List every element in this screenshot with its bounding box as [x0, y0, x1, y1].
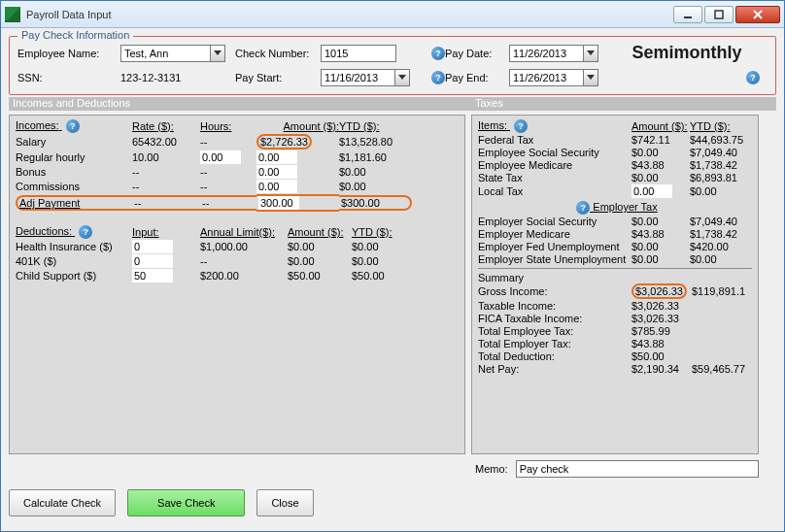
- amount-input[interactable]: [258, 196, 299, 210]
- summary-amount: $50.00: [631, 350, 692, 362]
- help-icon[interactable]: ?: [576, 201, 590, 215]
- pay-end-label: Pay End:: [445, 72, 509, 83]
- tax-ytd-header: YTD ($):: [690, 120, 752, 132]
- pay-end-input[interactable]: [509, 69, 583, 86]
- deduction-name: Health Insurance ($): [16, 241, 132, 252]
- ded-ytd-header: YTD ($):: [352, 226, 415, 238]
- taxes-grid: Items: ? Amount ($): YTD ($): Federal Ta…: [478, 119, 752, 265]
- income-amount: [256, 180, 339, 193]
- amount-input[interactable]: [256, 180, 297, 193]
- close-button[interactable]: [735, 6, 780, 23]
- chevron-down-icon[interactable]: [583, 45, 598, 62]
- check-number-label: Check Number:: [235, 48, 321, 59]
- chevron-down-icon[interactable]: [394, 69, 410, 86]
- deduction-input-field[interactable]: [132, 269, 173, 283]
- emp-tax-ytd: $420.00: [690, 241, 752, 252]
- emp-tax-amount: $0.00: [631, 216, 690, 227]
- tax-amount: $742.11: [631, 134, 690, 146]
- close-dialog-button[interactable]: Close: [256, 489, 313, 516]
- pay-date-label: Pay Date:: [445, 48, 509, 59]
- payroll-window: Payroll Data Input Pay Check Information…: [0, 0, 785, 532]
- employer-tax-header: ? Employer Tax: [478, 201, 752, 215]
- save-button[interactable]: Save Check: [127, 489, 245, 516]
- amount-input[interactable]: [256, 150, 297, 164]
- svg-marker-6: [398, 75, 406, 80]
- amount-header: Amount ($):: [256, 120, 339, 132]
- pay-start-input[interactable]: [321, 69, 394, 86]
- minimize-button[interactable]: [673, 6, 702, 23]
- deduction-amount: $50.00: [288, 270, 352, 282]
- income-amount: $2,726.33: [256, 134, 339, 150]
- deduction-input-field[interactable]: [132, 254, 173, 268]
- tax-name: Employee Medicare: [478, 159, 631, 171]
- pay-date-input[interactable]: [509, 45, 583, 62]
- chevron-down-icon[interactable]: [210, 45, 225, 62]
- summary-name: Total Deduction:: [478, 350, 631, 362]
- deduction-input-field[interactable]: [132, 240, 173, 253]
- app-icon: [5, 7, 20, 22]
- summary-amount: $2,190.34: [631, 363, 692, 375]
- local-tax-input[interactable]: [631, 184, 672, 198]
- hours-input[interactable]: [200, 150, 241, 164]
- income-rate: 65432.00: [132, 136, 200, 148]
- deduction-limit: --: [200, 255, 288, 267]
- ssn-label: SSN:: [17, 72, 120, 83]
- help-icon[interactable]: ?: [746, 71, 760, 84]
- income-rate: --: [132, 195, 200, 211]
- svg-marker-4: [214, 50, 222, 55]
- help-icon[interactable]: ?: [514, 119, 528, 133]
- deduction-amount: $0.00: [288, 241, 352, 252]
- help-icon[interactable]: ?: [66, 119, 80, 133]
- ssn-value: 123-12-3131: [120, 72, 235, 83]
- help-icon[interactable]: ?: [431, 47, 445, 60]
- help-icon[interactable]: ?: [79, 225, 92, 239]
- pay-start-combo[interactable]: [321, 69, 410, 86]
- emp-tax-amount: $43.88: [631, 228, 690, 240]
- pay-end-combo[interactable]: [509, 69, 598, 86]
- svg-marker-5: [587, 50, 595, 55]
- deduction-ytd: $0.00: [352, 241, 415, 252]
- chevron-down-icon[interactable]: [583, 69, 598, 86]
- income-amount: [256, 150, 339, 164]
- memo-label: Memo:: [475, 463, 508, 475]
- calculate-button[interactable]: Calculate Check: [9, 489, 116, 516]
- tax-name: State Tax: [478, 172, 631, 183]
- emp-tax-ytd: $1,738.42: [690, 228, 752, 240]
- tax-ytd: $44,693.75: [690, 134, 752, 146]
- limit-header: Annual Limit($):: [200, 226, 288, 238]
- incomes-header: Incomes: ?: [16, 119, 132, 133]
- employee-name-input[interactable]: [120, 45, 210, 62]
- help-icon[interactable]: ?: [431, 71, 445, 84]
- income-ytd: $1,181.60: [339, 151, 412, 163]
- tax-ytd: $1,738.42: [690, 159, 752, 171]
- emp-tax-ytd: $0.00: [690, 253, 752, 265]
- paycheck-legend: Pay Check Information: [17, 29, 133, 41]
- summary-name: FICA Taxable Income:: [478, 313, 631, 324]
- deductions-header: Deductions: ?: [16, 225, 132, 239]
- summary-name: Total Employer Tax:: [478, 338, 631, 349]
- employee-name-combo[interactable]: [120, 45, 225, 62]
- maximize-button[interactable]: [704, 6, 734, 23]
- tax-name: Employee Social Security: [478, 147, 631, 158]
- ded-amount-header: Amount ($):: [288, 226, 352, 238]
- summary-amount: $3,026.33: [631, 283, 692, 299]
- svg-marker-7: [587, 75, 595, 80]
- summary-label: Summary: [478, 272, 752, 283]
- incomes-grid: Incomes: ? Rate ($): Hours: Amount ($): …: [16, 119, 459, 212]
- amount-input[interactable]: [256, 165, 297, 179]
- emp-tax-name: Employer Social Security: [478, 216, 631, 227]
- pay-date-combo[interactable]: [509, 45, 598, 62]
- check-number-input[interactable]: [321, 45, 396, 62]
- income-name: Salary: [16, 136, 132, 148]
- tax-ytd: $0.00: [690, 185, 752, 197]
- memo-input[interactable]: [516, 460, 759, 478]
- deduction-limit: $1,000.00: [200, 241, 288, 252]
- income-hours: --: [200, 181, 256, 192]
- deduction-ytd: $0.00: [352, 255, 415, 267]
- income-ytd: $13,528.80: [339, 136, 412, 148]
- summary-grid: Gross Income:$3,026.33$119,891.1Taxable …: [478, 283, 752, 375]
- income-ytd: $300.00: [339, 195, 412, 211]
- summary-amount: $43.88: [631, 338, 692, 349]
- tax-amount-header: Amount ($):: [631, 120, 690, 132]
- taxes-caption: Taxes: [471, 97, 503, 111]
